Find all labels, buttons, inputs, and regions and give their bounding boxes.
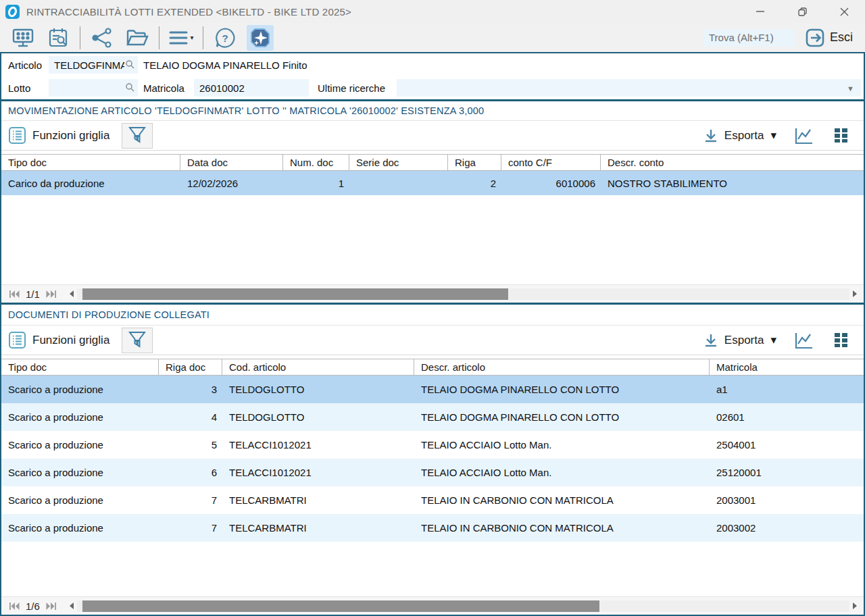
table-cell: 2504001	[710, 431, 864, 459]
esporta-button[interactable]: Esporta ▾	[703, 332, 776, 349]
table-row[interactable]: Scarico a produzione7TELCARBMATRITELAIO …	[1, 514, 864, 542]
column-header[interactable]: Cod. articolo	[222, 359, 414, 375]
table-cell: Scarico a produzione	[1, 486, 159, 514]
scroll-right-icon[interactable]	[849, 602, 861, 609]
table-row[interactable]: Scarico a produzione6TELACCI1012021TELAI…	[1, 459, 864, 486]
folder-icon[interactable]	[120, 25, 155, 51]
download-icon	[703, 332, 719, 349]
line-chart-icon	[794, 332, 813, 349]
table-cell: 2003001	[710, 486, 864, 514]
funnel-icon: T	[128, 126, 146, 145]
share-icon[interactable]	[84, 25, 120, 51]
sparkle-ai-icon[interactable]	[247, 25, 274, 51]
scrollbar-thumb[interactable]	[82, 600, 599, 612]
first-page-icon[interactable]	[7, 290, 22, 298]
menu-icon[interactable]: ▾	[164, 25, 199, 51]
table-cell: 12/02/2026	[180, 171, 283, 195]
matricola-label: Matricola	[143, 82, 184, 94]
table-cell: 3	[159, 376, 222, 403]
monitor-grid-icon[interactable]	[5, 25, 41, 51]
restore-button[interactable]	[781, 0, 823, 23]
table-row[interactable]: Scarico a produzione5TELACCI1012021TELAI…	[1, 431, 864, 459]
scrollbar-track[interactable]	[77, 600, 849, 612]
column-header[interactable]: Tipo doc	[1, 155, 180, 170]
column-header[interactable]: Riga	[448, 155, 501, 170]
table-cell: Scarico a produzione	[1, 376, 159, 403]
grid-layout-button[interactable]	[833, 128, 849, 143]
funzioni-griglia-icon[interactable]	[8, 331, 26, 349]
first-page-icon[interactable]	[7, 602, 22, 610]
lotto-input[interactable]	[49, 79, 138, 97]
chart-button[interactable]	[794, 127, 813, 145]
scrollbar-track[interactable]	[77, 288, 849, 300]
scroll-left-icon[interactable]	[66, 290, 77, 297]
column-header[interactable]: Descr. articolo	[414, 359, 710, 375]
exit-button[interactable]: Esci	[805, 28, 853, 48]
documenti-grid: Tipo docRiga docCod. articoloDescr. arti…	[1, 355, 864, 615]
table-row[interactable]: Carico da produzione12/02/2026126010006N…	[1, 171, 864, 195]
table-cell: TELAIO DOGMA PINARELLO CON LOTTO	[414, 376, 710, 403]
table-cell: TELDOGLOTTO	[222, 403, 414, 431]
chevron-down-icon: ▾	[770, 128, 776, 143]
column-header[interactable]: Num. doc	[283, 155, 349, 170]
scroll-right-icon[interactable]	[849, 290, 861, 297]
funzioni-griglia-icon[interactable]	[8, 126, 26, 145]
column-header[interactable]: conto C/F	[501, 155, 601, 170]
funzioni-griglia-label[interactable]: Funzioni griglia	[32, 334, 109, 347]
search-input[interactable]: Trova (Alt+F1)	[703, 29, 795, 47]
articolo-input[interactable]: TELDOGFINMATR	[49, 56, 138, 74]
filter-button[interactable]: T	[122, 328, 153, 353]
title-bar: RINTRACCIABILITÀ LOTTI EXTENDED <BIKELTD…	[0, 0, 865, 23]
table-row[interactable]: Scarico a produzione4TELDOGLOTTOTELAIO D…	[1, 403, 864, 431]
table-cell: TELACCI1012021	[222, 459, 414, 486]
table-cell: 1	[283, 171, 349, 195]
table-cell: 5	[159, 431, 222, 459]
matricola-input[interactable]: 26010002	[194, 79, 309, 97]
table-cell: TELAIO ACCIAIO Lotto Man.	[414, 459, 710, 486]
table-row[interactable]: Scarico a produzione3TELDOGLOTTOTELAIO D…	[1, 376, 864, 403]
table-cell: 4	[159, 403, 222, 431]
help-icon[interactable]: ?	[207, 25, 243, 51]
column-header[interactable]: Matricola	[710, 359, 864, 375]
filter-button[interactable]: T	[122, 123, 153, 149]
esporta-label: Esporta	[724, 334, 764, 347]
table-cell: Carico da produzione	[1, 171, 180, 195]
calendar-search-icon[interactable]	[41, 25, 76, 51]
close-button[interactable]	[823, 0, 865, 23]
chevron-down-icon: ▾	[770, 333, 776, 347]
search-icon[interactable]	[125, 82, 134, 92]
ultime-ricerche-dropdown[interactable]: ▼	[397, 79, 861, 97]
svg-text:T: T	[136, 134, 140, 141]
table-cell: Scarico a produzione	[1, 514, 159, 542]
scroll-left-icon[interactable]	[66, 602, 77, 609]
documenti-section-title: DOCUMENTI DI PRODUZIONE COLLEGATI	[1, 305, 864, 326]
scrollbar-thumb[interactable]	[82, 288, 508, 300]
column-header[interactable]: Tipo doc	[1, 359, 159, 375]
last-page-icon[interactable]	[44, 290, 59, 298]
column-header[interactable]: Data doc	[180, 155, 283, 170]
last-page-icon[interactable]	[44, 602, 59, 610]
table-cell: NOSTRO STABILIMENTO	[601, 171, 864, 195]
table-cell: 2003002	[710, 514, 864, 542]
movimentazione-grid: Tipo docData docNum. docSerie docRigacon…	[1, 151, 864, 303]
search-icon[interactable]	[125, 59, 134, 69]
horizontal-scrollbar[interactable]	[66, 288, 861, 300]
chart-button[interactable]	[794, 332, 813, 349]
table-cell: TELCARBMATRI	[222, 486, 414, 514]
table-cell: TELAIO ACCIAIO Lotto Man.	[414, 431, 710, 459]
table-row[interactable]: Scarico a produzione7TELCARBMATRITELAIO …	[1, 486, 864, 514]
column-header[interactable]: Descr. conto	[601, 155, 864, 170]
esporta-button[interactable]: Esporta ▾	[703, 128, 776, 144]
grid-layout-button[interactable]	[833, 332, 849, 348]
column-header[interactable]: Serie doc	[349, 155, 448, 170]
grid-header-row: Tipo docRiga docCod. articoloDescr. arti…	[1, 359, 864, 376]
horizontal-scrollbar[interactable]	[66, 600, 861, 612]
table-cell: 6010006	[501, 171, 601, 195]
funzioni-griglia-label[interactable]: Funzioni griglia	[32, 129, 109, 143]
toolbar-separator	[80, 26, 80, 49]
table-cell: a1	[710, 376, 864, 403]
minimize-button[interactable]	[739, 0, 781, 23]
column-header[interactable]: Riga doc	[159, 359, 222, 375]
table-cell: TELDOGLOTTO	[222, 376, 414, 403]
grid-header-row: Tipo docData docNum. docSerie docRigacon…	[1, 154, 864, 171]
